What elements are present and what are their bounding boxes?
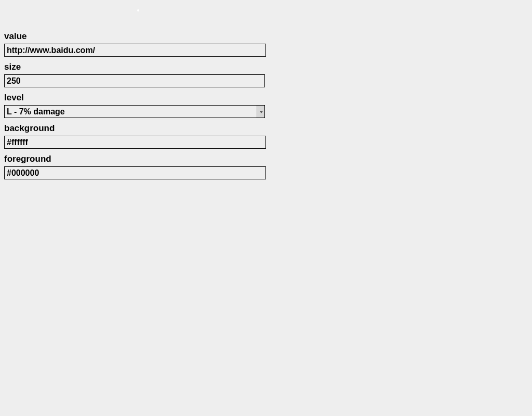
- input-size[interactable]: [4, 74, 265, 87]
- field-level: level L - 7% damage: [4, 93, 528, 118]
- form-container: value size level L - 7% damage backgroun…: [4, 31, 528, 179]
- label-level: level: [4, 93, 528, 103]
- input-foreground[interactable]: [4, 166, 266, 179]
- select-level[interactable]: L - 7% damage: [4, 105, 265, 118]
- input-value[interactable]: [4, 44, 266, 57]
- bullet-marker: [137, 9, 139, 11]
- label-background: background: [4, 123, 528, 134]
- label-foreground: foreground: [4, 154, 528, 164]
- field-background: background: [4, 123, 528, 149]
- label-size: size: [4, 62, 528, 72]
- input-background[interactable]: [4, 136, 266, 149]
- label-value: value: [4, 31, 528, 42]
- field-value: value: [4, 31, 528, 57]
- field-foreground: foreground: [4, 154, 528, 179]
- field-size: size: [4, 62, 528, 87]
- select-wrapper-level: L - 7% damage: [4, 105, 265, 118]
- top-marker-area: [4, 4, 528, 16]
